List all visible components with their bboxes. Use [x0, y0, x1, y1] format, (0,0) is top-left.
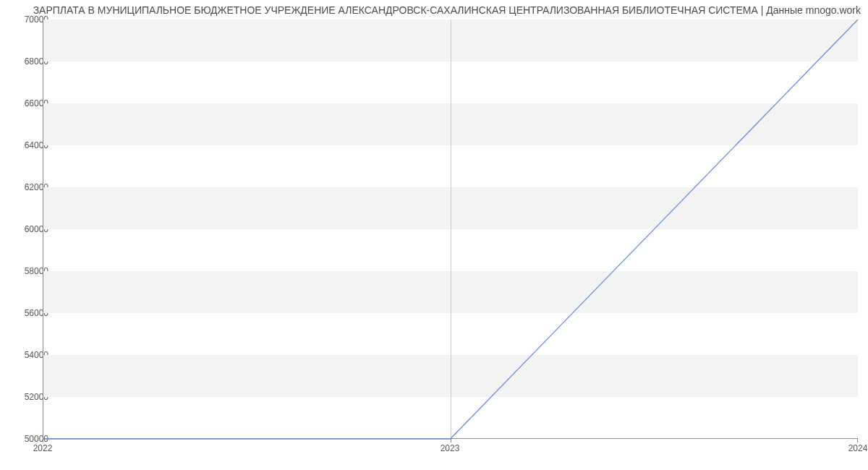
data-polyline	[43, 20, 858, 439]
x-tick-label: 2023	[441, 443, 460, 453]
plot-area	[43, 20, 858, 439]
x-tick-mark	[451, 439, 451, 443]
line-series	[43, 20, 858, 439]
x-tick-mark	[857, 439, 858, 443]
chart-title: ЗАРПЛАТА В МУНИЦИПАЛЬНОЕ БЮДЖЕТНОЕ УЧРЕЖ…	[0, 4, 861, 16]
x-tick-label: 2022	[33, 443, 53, 453]
x-tick-mark	[43, 439, 43, 443]
x-tick-label: 2024	[848, 443, 868, 453]
chart-container: ЗАРПЛАТА В МУНИЦИПАЛЬНОЕ БЮДЖЕТНОЕ УЧРЕЖ…	[0, 0, 868, 470]
